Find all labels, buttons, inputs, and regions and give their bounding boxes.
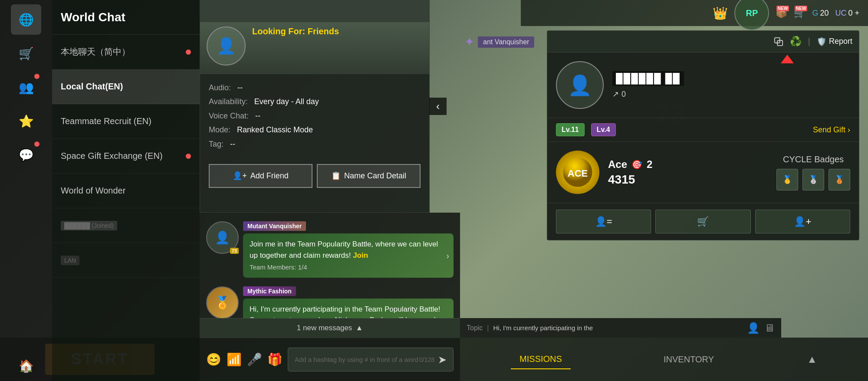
send-button[interactable]: ➤: [438, 354, 447, 366]
wifi-icon[interactable]: 📶: [227, 352, 242, 367]
chat-messages-section: 👤 73 Mutant Vanquisher Join me in the Te…: [200, 213, 460, 318]
chat-item-0[interactable]: 本地聊天（简中）: [52, 35, 200, 69]
chat-item-2[interactable]: Teammate Recruit (EN): [52, 104, 200, 139]
name-card-button[interactable]: 📋 Name Card Detail: [317, 164, 421, 188]
send-gift-button[interactable]: Send Gift ›: [813, 125, 850, 135]
chat-item-1[interactable]: Local Chat(EN): [52, 69, 200, 104]
view-profile-button[interactable]: 👤=: [556, 210, 651, 233]
profile-details: Audio: -- Availability: Every day - All …: [200, 74, 429, 158]
mic-icon[interactable]: 🎤: [247, 352, 262, 367]
add-friend-button[interactable]: 👤+ Add Friend: [209, 164, 312, 188]
copy-icon[interactable]: [774, 37, 783, 46]
cycle-badges-title: CYCLE Badges: [776, 154, 850, 164]
cart-button[interactable]: 🛒 NEW: [794, 7, 806, 19]
rank-emblem: ACE: [556, 151, 599, 194]
profile-looking-for: Looking For: Friends: [252, 26, 339, 36]
chest-button[interactable]: 📦 NEW: [776, 7, 787, 19]
rank-emblem-inner: ACE: [556, 151, 599, 194]
rank-details: Ace 🎯 2 4315: [608, 158, 768, 187]
topic-person-icon: 👤: [747, 322, 760, 334]
rp-level-badge: Lv.4: [591, 123, 616, 136]
inventory-tab[interactable]: INVENTORY: [655, 350, 723, 369]
rank-name: Ace 🎯 2: [608, 158, 768, 171]
message-bubble-1: Hi, I'm currently participating in the T…: [243, 299, 454, 319]
name-card-icon: 📋: [331, 171, 341, 181]
report-button[interactable]: 🛡️ Report: [817, 37, 852, 46]
new-messages-bar[interactable]: 1 new messages ▲: [200, 318, 460, 338]
profile-audio: Audio: --: [209, 81, 421, 95]
currency-g: G 20: [812, 9, 829, 18]
sidebar: 🌐 🛒 👥 ⭐ 💬 🏠: [0, 0, 52, 381]
player-detail-card: ♻️ | 🛡️ Report 👤 ██████ ██ ↗ 0 Lv.11 Lv.…: [547, 30, 859, 240]
recycle-icon[interactable]: ♻️: [790, 36, 802, 47]
profile-mode: Mode: Ranked Classic Mode: [209, 123, 421, 137]
sidebar-icon-star[interactable]: ⭐: [11, 106, 41, 136]
cycle-badges-section: CYCLE Badges 🥇 🥈 🥉: [776, 154, 850, 190]
topic-bar: Topic | Hi, I'm currently participating …: [460, 318, 781, 338]
player-likes: ↗ 0: [612, 89, 850, 99]
currency-uc: UC 0 +: [835, 9, 859, 18]
sidebar-icon-shop[interactable]: 🛒: [11, 38, 41, 69]
emoji-icon[interactable]: 😊: [206, 352, 221, 367]
new-badge-cart: NEW: [795, 6, 807, 11]
vanquisher-character: ✦ ant Vanquisher: [464, 35, 534, 49]
svg-text:ACE: ACE: [568, 168, 588, 179]
add-to-cart-button[interactable]: 🛒: [655, 210, 750, 233]
player-card-header: ♻️ | 🛡️ Report: [547, 31, 859, 53]
bottom-bar: MISSIONS INVENTORY ▲: [460, 338, 868, 381]
profile-availability: Availability: Every day - All day: [209, 95, 421, 108]
join-link[interactable]: Join: [353, 251, 368, 259]
rp-icon: RP: [734, 0, 769, 30]
sidebar-icon-globe[interactable]: 🌐: [11, 4, 41, 35]
shield-icon: 🛡️: [817, 37, 826, 46]
header-divider: |: [808, 36, 810, 46]
team-info-0: Team Members: 1/4: [250, 263, 447, 273]
chat-item-5[interactable]: ██████ (Joined): [52, 208, 200, 243]
rank-badge-0: 73: [230, 248, 239, 254]
profile-navigate-arrow[interactable]: ‹: [429, 98, 447, 115]
gift-icon[interactable]: 🎁: [267, 352, 283, 367]
sidebar-icon-contacts[interactable]: 👥: [11, 72, 41, 102]
player-levels: Lv.11 Lv.4 Send Gift ›: [547, 118, 859, 142]
crown-icon[interactable]: 👑: [713, 6, 728, 20]
message-avatar-1: 🏅: [206, 286, 239, 319]
sidebar-icon-chat[interactable]: 💬: [11, 140, 41, 170]
rank-points: 4315: [608, 173, 768, 187]
bubble-arrow-0: ›: [446, 249, 449, 262]
message-avatar-0: 👤 73: [206, 221, 239, 254]
message-item-0: 👤 73 Mutant Vanquisher Join me in the Te…: [200, 217, 460, 282]
game-level-badge: Lv.11: [556, 123, 585, 136]
add-friend-action-button[interactable]: 👤+: [755, 210, 850, 233]
sidebar-icon-home[interactable]: 🏠: [11, 351, 41, 381]
message-header-1: Mythic Fashion: [243, 286, 454, 296]
player-meta: ██████ ██ ↗ 0: [612, 71, 850, 99]
message-header-0: Mutant Vanquisher: [243, 221, 454, 231]
chat-input-field[interactable]: Add a hashtag by using # in front of a w…: [288, 348, 454, 371]
cycle-badge-2: 🥉: [829, 169, 850, 190]
player-info-section: 👤 ██████ ██ ↗ 0: [547, 53, 859, 118]
message-tag-1: Mythic Fashion: [243, 286, 296, 296]
share-icon: ↗: [612, 89, 619, 99]
chat-item-3[interactable]: Space Gift Exchange (EN): [52, 139, 200, 174]
cycle-badges-icons: 🥇 🥈 🥉: [776, 169, 850, 190]
profile-card: 👤 Looking For: Friends Audio: -- Availab…: [200, 0, 430, 213]
profile-tag: Tag: --: [209, 137, 421, 151]
cycle-badge-1: 🥈: [802, 169, 824, 190]
chat-list-panel: World Chat 本地聊天（简中） Local Chat(EN) Teamm…: [52, 0, 200, 381]
chevron-right-icon: ›: [848, 125, 850, 135]
top-bar: 👑 RP 📦 NEW 🛒 NEW G 20 UC 0 +: [521, 0, 868, 26]
profile-avatar: 👤: [207, 26, 246, 66]
message-content-1: Mythic Fashion Hi, I'm currently partici…: [243, 286, 454, 319]
player-action-buttons: 👤= 🛒 👤+: [547, 203, 859, 240]
chevron-up-icon-bottom[interactable]: ▲: [807, 353, 817, 365]
report-arrow-indicator: [781, 55, 794, 63]
missions-tab[interactable]: MISSIONS: [511, 350, 571, 369]
profile-card-header: [200, 0, 429, 22]
chat-input-bar: 😊 📶 🎤 🎁 Add a hashtag by using # in fron…: [200, 338, 460, 381]
chat-item-4[interactable]: World of Wonder: [52, 174, 200, 208]
cycle-badge-0: 🥇: [776, 169, 798, 190]
chevron-up-icon: ▲: [355, 324, 363, 332]
char-count: 0/128: [419, 356, 434, 363]
chat-item-6[interactable]: LAN: [52, 243, 200, 278]
rp-button[interactable]: RP: [734, 0, 769, 30]
